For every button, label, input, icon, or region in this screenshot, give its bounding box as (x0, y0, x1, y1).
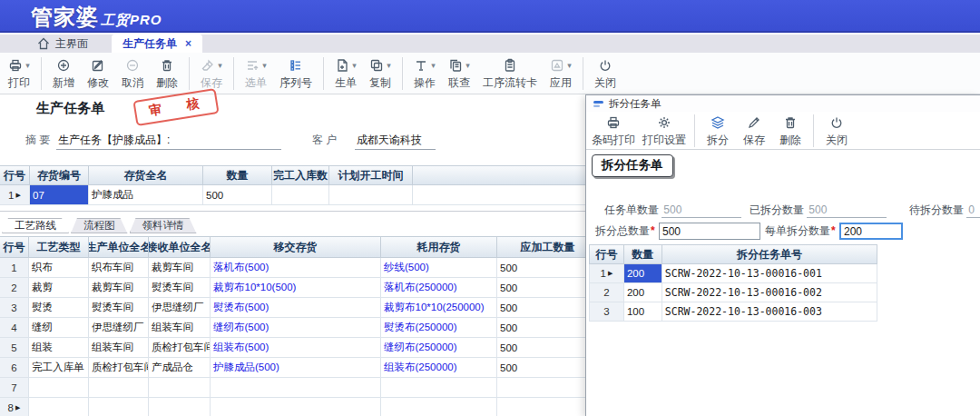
producer-cell[interactable] (89, 398, 149, 416)
serial-number-button[interactable]: 序列号 (273, 55, 318, 92)
split-total-input[interactable] (659, 223, 760, 240)
summary-field[interactable]: 生产任务【护膝成品】: (56, 133, 281, 150)
process-type-cell[interactable]: 织布 (29, 258, 89, 277)
row-selector[interactable]: 4 (0, 318, 29, 337)
done-qty-cell[interactable] (272, 185, 329, 204)
producer-cell[interactable]: 质检打包车间 (89, 358, 149, 377)
process-qty-cell[interactable]: 500 (497, 338, 599, 357)
consume-cell[interactable] (381, 398, 497, 416)
receiver-cell[interactable]: 熨烫车间 (149, 278, 211, 297)
barcode-print-button[interactable]: 条码打印 (588, 113, 639, 149)
qty-cell[interactable]: 500 (203, 185, 272, 204)
print-button[interactable]: ▾ 打印 (2, 55, 36, 92)
process-qty-cell[interactable] (497, 398, 599, 416)
receiver-cell[interactable]: 组装车间 (149, 318, 211, 337)
copy-button[interactable]: ▾ 复制 (363, 55, 397, 92)
transfer-link[interactable]: 裁剪布10*10(500) (211, 278, 381, 297)
process-type-cell[interactable] (29, 378, 89, 397)
add-button[interactable]: 新增 (46, 55, 81, 92)
close-button[interactable]: 关闭 (818, 113, 855, 149)
tab-material-detail[interactable]: 领料详情 (130, 218, 197, 233)
process-qty-cell[interactable]: 500 (497, 258, 599, 277)
chevron-down-icon[interactable]: ▾ (25, 61, 30, 70)
tab-process-route[interactable]: 工艺路线 (2, 218, 69, 233)
chevron-down-icon[interactable]: ▾ (262, 61, 267, 70)
print-settings-button[interactable]: 打印设置 (639, 113, 690, 149)
chevron-down-icon[interactable]: ▾ (567, 61, 572, 70)
producer-cell[interactable]: 熨烫车间 (89, 298, 149, 317)
row-selector[interactable]: 3 (590, 302, 624, 321)
chevron-down-icon[interactable]: ▾ (218, 61, 222, 70)
chevron-down-icon[interactable]: ▾ (352, 61, 357, 70)
row-selector[interactable]: 5 (0, 338, 29, 357)
transfer-link[interactable]: 组装布(500) (211, 338, 381, 357)
process-qty-cell[interactable]: 500 (497, 298, 599, 317)
consume-link[interactable]: 组装布(250000) (381, 358, 497, 377)
customer-field[interactable]: 成都天谕科技 (355, 133, 436, 150)
transfer-cell[interactable] (211, 398, 381, 416)
pick-list-button[interactable]: ▾ 选单 (239, 55, 273, 92)
save-button[interactable]: 保存 (736, 113, 772, 149)
generate-order-button[interactable]: ▾ 生单 (328, 55, 363, 92)
row-selector[interactable]: 1▶ (0, 185, 30, 204)
process-type-cell[interactable]: 裁剪 (29, 278, 89, 297)
transfer-link[interactable]: 缝纫布(500) (211, 318, 381, 337)
linked-query-button[interactable]: ▾ 联查 (442, 55, 476, 92)
transfer-cell[interactable] (211, 378, 381, 397)
receiver-cell[interactable]: 产成品仓 (149, 358, 211, 377)
process-type-cell[interactable]: 完工入库单 (29, 358, 89, 377)
delete-button[interactable]: 删除 (150, 55, 184, 92)
chevron-down-icon[interactable]: ▾ (431, 61, 436, 70)
process-type-cell[interactable]: 缝纫 (29, 318, 89, 337)
consume-link[interactable]: 裁剪布10*10(250000) (381, 298, 497, 317)
consume-link[interactable]: 落机布(250000) (381, 278, 497, 297)
delete-button[interactable]: 删除 (772, 113, 808, 149)
receiver-cell[interactable]: 裁剪车间 (149, 258, 211, 277)
split-qty-cell[interactable]: 200 (624, 264, 662, 282)
row-selector[interactable]: 2 (0, 278, 29, 297)
process-type-cell[interactable] (29, 398, 89, 416)
split-qty-cell[interactable]: 100 (624, 302, 662, 321)
row-selector[interactable]: 8▶ (0, 398, 29, 416)
modify-button[interactable]: 修改 (81, 55, 115, 92)
row-selector[interactable]: 6 (0, 358, 29, 377)
receiver-cell[interactable]: 质检打包车间 (149, 338, 211, 357)
row-selector[interactable]: 1▶ (590, 264, 624, 282)
item-name-cell[interactable]: 护膝成品 (89, 185, 203, 204)
split-order-no-cell[interactable]: SCRW-2022-10-13-00016-001 (662, 264, 877, 282)
producer-cell[interactable] (89, 378, 149, 397)
row-selector[interactable]: 3 (0, 298, 29, 317)
cancel-button[interactable]: 取消 (115, 55, 150, 92)
chevron-down-icon[interactable]: ▾ (387, 61, 391, 70)
transfer-link[interactable]: 熨烫布(500) (211, 298, 381, 317)
plan-start-cell[interactable] (329, 185, 413, 204)
receiver-cell[interactable] (149, 398, 211, 416)
process-qty-cell[interactable]: 500 (497, 278, 599, 297)
save-button[interactable]: ▾ 保存 (194, 55, 229, 92)
process-qty-cell[interactable]: 500 (497, 358, 599, 377)
consume-link[interactable]: 缝纫布(250000) (381, 338, 497, 357)
row-selector[interactable]: 2 (590, 283, 624, 302)
process-qty-cell[interactable] (497, 378, 599, 397)
process-type-cell[interactable]: 熨烫 (29, 298, 89, 317)
item-code-cell[interactable]: 07 (30, 185, 89, 204)
producer-cell[interactable]: 裁剪车间 (89, 278, 149, 297)
close-button[interactable]: 关闭 (588, 55, 622, 92)
receiver-cell[interactable]: 伊思缝纫厂 (149, 298, 211, 317)
producer-cell[interactable]: 伊思缝纫厂 (89, 318, 149, 337)
process-type-cell[interactable]: 组装 (29, 338, 89, 357)
tab-flow-chart[interactable]: 流程图 (71, 218, 128, 233)
tab-production-task[interactable]: 生产任务单 × (112, 35, 202, 53)
process-card-button[interactable]: 工序流转卡 (476, 55, 544, 92)
chevron-down-icon[interactable]: ▾ (466, 61, 470, 70)
producer-cell[interactable]: 组装车间 (89, 338, 149, 357)
split-order-no-cell[interactable]: SCRW-2022-10-13-00016-003 (662, 302, 877, 321)
transfer-link[interactable]: 落机布(500) (211, 258, 381, 277)
row-selector[interactable]: 7 (0, 378, 29, 397)
consume-link[interactable]: 熨烫布(250000) (381, 318, 497, 337)
consume-cell[interactable] (381, 378, 497, 397)
per-order-input[interactable] (839, 223, 903, 240)
row-selector[interactable]: 1 (0, 258, 29, 277)
consume-link[interactable]: 纱线(500) (381, 258, 497, 277)
apply-button[interactable]: ▾ 应用 (544, 55, 578, 92)
